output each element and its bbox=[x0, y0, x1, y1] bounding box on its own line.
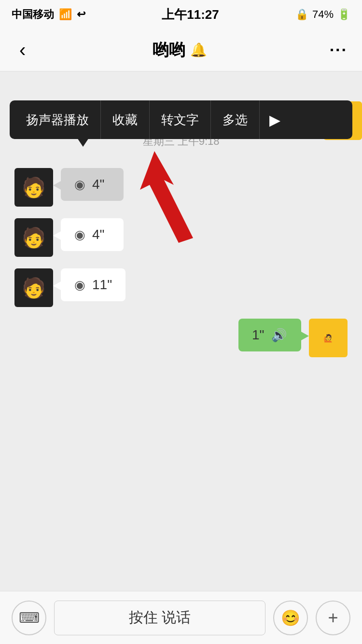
menu-item-collect[interactable]: 收藏 bbox=[101, 100, 150, 139]
nav-bar: ‹ 哟哟 🔔 ··· bbox=[0, 29, 362, 71]
emoji-icon: 😊 bbox=[281, 609, 300, 627]
nav-title: 哟哟 🔔 bbox=[153, 39, 207, 61]
status-time: 上午11:27 bbox=[162, 6, 219, 23]
keyboard-button[interactable]: ⌨ bbox=[12, 601, 46, 635]
plus-icon: + bbox=[328, 608, 338, 628]
menu-item-multiselect[interactable]: 多选 bbox=[211, 100, 260, 139]
menu-item-play[interactable]: ▶ bbox=[260, 100, 290, 139]
message-row: 1" 🔊 🙋 bbox=[14, 319, 348, 357]
voice-bubble-sent[interactable]: 1" 🔊 bbox=[238, 319, 301, 351]
sent-avatar-image: 🙋 bbox=[323, 334, 333, 343]
voice-duration-3: 11" bbox=[92, 277, 112, 293]
status-bar: 中国移动 📶 ↩ 上午11:27 🔒 74% 🔋 bbox=[0, 0, 362, 29]
voice-duration-1: 4" bbox=[92, 177, 105, 192]
avatar: 🧑 bbox=[14, 268, 53, 307]
message-row: 🧑 ◉ 11" bbox=[14, 268, 348, 307]
input-bar: ⌨ 按住 说话 😊 + bbox=[0, 591, 362, 644]
voice-input-button[interactable]: 按住 说话 bbox=[54, 601, 265, 635]
avatar-image: 🧑 bbox=[22, 176, 46, 199]
voice-wave-icon: ◉ bbox=[74, 227, 85, 242]
chat-title: 哟哟 bbox=[153, 39, 185, 61]
avatar-image: 🧑 bbox=[22, 226, 46, 249]
voice-wave-icon: 🔊 bbox=[271, 328, 287, 343]
message-row: 🧑 ◉ 4" bbox=[14, 168, 348, 207]
status-right: 🔒 74% 🔋 bbox=[295, 8, 350, 21]
context-menu: 扬声器播放 收藏 转文字 多选 ▶ bbox=[10, 100, 352, 139]
menu-item-transcribe[interactable]: 转文字 bbox=[150, 100, 211, 139]
lock-icon: 🔒 bbox=[295, 8, 308, 21]
plus-button[interactable]: + bbox=[316, 601, 350, 635]
voice-bubble-received-1[interactable]: ◉ 4" bbox=[61, 168, 124, 201]
more-button[interactable]: ··· bbox=[330, 41, 348, 59]
title-icon: 🔔 bbox=[190, 42, 207, 58]
battery-label: 74% bbox=[312, 8, 334, 21]
voice-button-label: 按住 说话 bbox=[129, 608, 191, 628]
sent-avatar: 🙋 bbox=[309, 319, 348, 357]
voice-bubble-received-3[interactable]: ◉ 11" bbox=[61, 268, 125, 301]
battery-icon: 🔋 bbox=[337, 8, 350, 21]
avatar-image: 🧑 bbox=[22, 277, 46, 299]
voice-bubble-received-2[interactable]: ◉ 4" bbox=[61, 218, 124, 251]
voice-duration-sent: 1" bbox=[252, 327, 265, 343]
message-row: 🧑 ◉ 4" bbox=[14, 218, 348, 257]
avatar: 🧑 bbox=[14, 168, 53, 207]
back-button[interactable]: ‹ bbox=[14, 34, 30, 66]
signal-icon: ↩ bbox=[77, 8, 85, 21]
voice-duration-2: 4" bbox=[92, 227, 105, 242]
chat-area: 🙋 扬声器播放 收藏 转文字 多选 ▶ 星期三 上午9:18 🧑 ◉ 4" bbox=[0, 71, 362, 591]
messages-container: 🧑 ◉ 4" 🧑 ◉ 4" 🧑 ◉ 11" bbox=[0, 158, 362, 367]
voice-wave-icon: ◉ bbox=[74, 278, 85, 293]
status-left: 中国移动 📶 ↩ bbox=[12, 7, 85, 22]
carrier-label: 中国移动 bbox=[12, 7, 54, 22]
avatar: 🧑 bbox=[14, 218, 53, 257]
wifi-icon: 📶 bbox=[59, 8, 72, 21]
keyboard-icon: ⌨ bbox=[19, 609, 40, 626]
menu-item-speaker[interactable]: 扬声器播放 bbox=[14, 100, 101, 139]
emoji-button[interactable]: 😊 bbox=[273, 601, 308, 635]
context-menu-bar: 扬声器播放 收藏 转文字 多选 ▶ bbox=[10, 100, 352, 139]
voice-wave-icon: ◉ bbox=[74, 177, 85, 192]
